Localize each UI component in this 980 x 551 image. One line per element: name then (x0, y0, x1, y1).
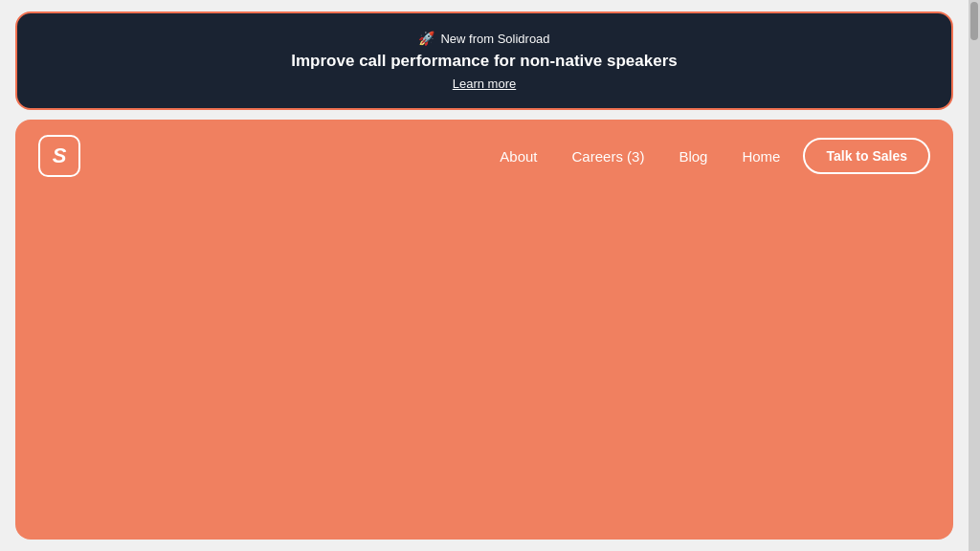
talk-to-sales-button[interactable]: Talk to Sales (803, 138, 930, 174)
rocket-icon: 🚀 (418, 31, 434, 46)
scrollbar[interactable] (969, 0, 980, 551)
nav-links: About Careers (3) Blog Home (500, 148, 780, 165)
logo-letter: S (53, 145, 67, 166)
nav-link-home[interactable]: Home (742, 148, 780, 165)
nav-section: S About Careers (3) Blog Home Talk to Sa… (15, 120, 953, 540)
announcement-badge: 🚀 New from Solidroad (418, 31, 549, 46)
logo-icon: S (38, 135, 80, 177)
logo-container[interactable]: S (38, 135, 80, 177)
nav-link-careers[interactable]: Careers (3) (572, 148, 645, 165)
scrollbar-thumb[interactable] (970, 2, 978, 40)
nav-link-blog[interactable]: Blog (679, 148, 707, 165)
navbar: S About Careers (3) Blog Home Talk to Sa… (38, 120, 930, 192)
nav-link-about[interactable]: About (500, 148, 537, 165)
announcement-title: Improve call performance for non-native … (291, 52, 677, 71)
main-content: 🚀 New from Solidroad Improve call perfor… (0, 0, 969, 551)
learn-more-button[interactable]: Learn more (453, 77, 516, 91)
announcement-banner: 🚀 New from Solidroad Improve call perfor… (15, 11, 953, 110)
announcement-badge-text: New from Solidroad (440, 32, 549, 46)
